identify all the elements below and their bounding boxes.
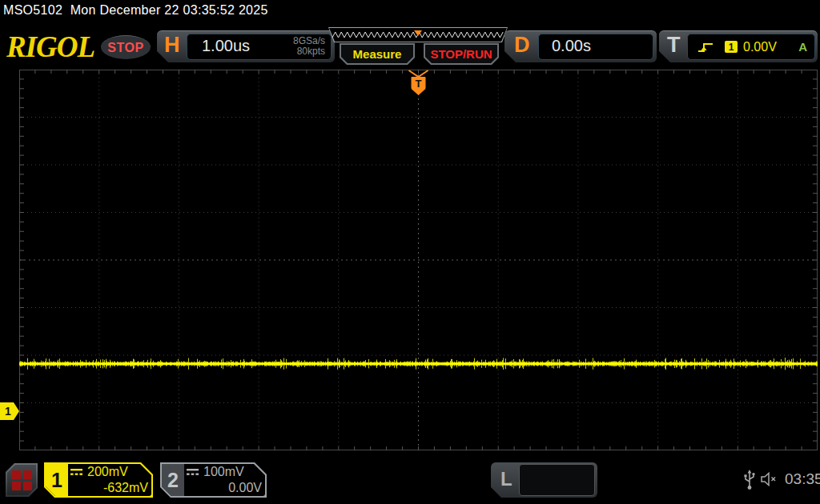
trigger-level-value: 0.00V: [743, 40, 777, 54]
acquisition-state-badge: STOP: [101, 35, 151, 59]
delay-label: D: [514, 33, 530, 58]
logic-analyzer-label: L: [500, 468, 512, 490]
horizontal-readout: 1.00us 8GSa/s 80kpts: [187, 34, 332, 60]
speaker-muted-icon[interactable]: [761, 471, 778, 487]
oscilloscope-screen: { "statusbar": { "title": "MSO5102 Mon D…: [0, 0, 820, 504]
channel1-scale: 200mV: [87, 464, 128, 480]
delay-value: 0.00s: [552, 37, 591, 55]
trigger-settings-chip[interactable]: T 1 0.00V A: [659, 30, 818, 62]
timebase-value: 1.00us: [202, 37, 250, 55]
memory-depth: 80kpts: [293, 46, 325, 57]
trigger-label: T: [667, 33, 681, 58]
sample-rate-memory: 8GSa/s 80kpts: [293, 36, 325, 57]
overview-waveform-icon: [328, 27, 508, 42]
grid-squares-icon: [6, 463, 38, 497]
dc-coupling-icon: [70, 468, 83, 477]
channel1-chip[interactable]: 1 200mV -632mV: [44, 462, 153, 498]
delay-readout: 0.00s: [538, 34, 653, 60]
delay-settings-chip[interactable]: D 0.00s: [504, 30, 657, 62]
stop-run-button[interactable]: STOP/RUN: [424, 43, 499, 65]
clock: 03:35: [785, 470, 820, 488]
menu-grid-button[interactable]: [6, 463, 38, 497]
trigger-readout: 1 0.00V A: [687, 34, 815, 60]
rigol-logo: RIGOL: [6, 30, 94, 64]
horizontal-settings-chip[interactable]: H 1.00us 8GSa/s 80kpts: [157, 30, 335, 62]
trigger-sweep-mode: A: [798, 40, 807, 54]
trigger-source-badge: 1: [725, 41, 738, 53]
digital-channels-box: 0 1 2 3 4 5 6 7 8 9 10 11 12 13 14 15: [519, 464, 595, 496]
measure-button[interactable]: Measure: [340, 43, 415, 65]
rising-edge-icon: [697, 41, 713, 54]
channel2-chip[interactable]: 2 100mV 0.00V: [160, 462, 267, 498]
graticule: T: [19, 70, 818, 450]
usb-icon: [743, 470, 756, 490]
waveform-overview-strip[interactable]: [328, 27, 508, 42]
digital-channels-row1: 0 1 2 3 4 5 6 7: [520, 494, 594, 504]
dc-coupling-icon: [186, 468, 199, 477]
model-and-datetime: MSO5102 Mon December 22 03:35:52 2025: [3, 3, 268, 18]
channel1-ground-marker[interactable]: 1: [0, 402, 19, 420]
channel2-offset: 0.00V: [186, 480, 262, 496]
horizontal-label: H: [164, 33, 180, 58]
channel1-offset: -632mV: [70, 480, 148, 496]
channel2-scale: 100mV: [203, 464, 244, 480]
measure-button-label: Measure: [340, 43, 415, 65]
trigger-position-marker[interactable]: T: [412, 77, 426, 95]
stop-run-button-label: STOP/RUN: [424, 43, 499, 65]
logic-analyzer-chip[interactable]: L 0 1 2 3 4 5 6 7 8 9 10 11 12 13 14 15: [491, 462, 597, 498]
svg-text:T: T: [416, 78, 422, 90]
